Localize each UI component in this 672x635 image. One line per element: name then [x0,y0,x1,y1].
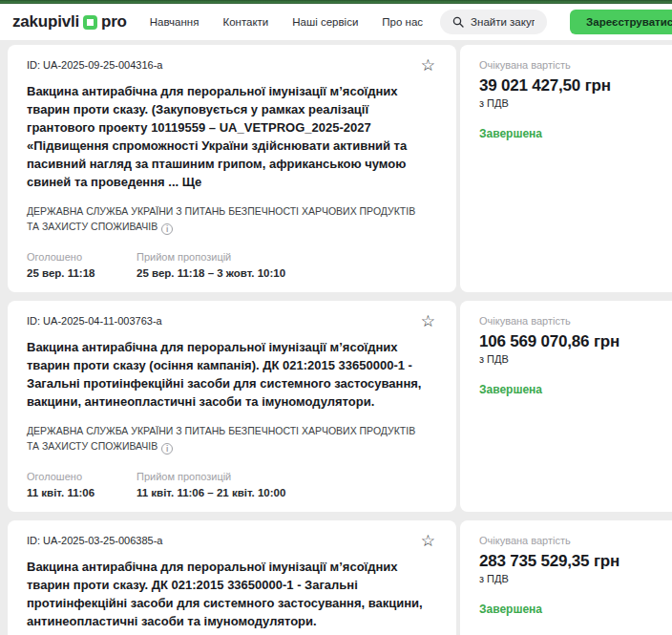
vat-label: з ПДВ [479,97,657,109]
search-icon [452,16,464,28]
tender-organization: ДЕРЖАВНА СЛУЖБА УКРАЇНИ З ПИТАНЬ БЕЗПЕЧН… [27,203,428,235]
tender-id: ID: UA-2025-04-11-003763-a [27,313,162,327]
tender-row: ID: UA-2025-03-25-006385-a ☆ Вакцина ант… [8,520,672,635]
logo-square-icon [83,15,97,30]
site-logo[interactable]: zakupivli pro [12,12,127,32]
proposals-period: 11 квіт. 11:06 – 21 квіт. 10:00 [136,487,285,498]
info-icon[interactable]: i [161,443,173,455]
favorite-star-icon[interactable]: ☆ [417,533,439,549]
vat-label: з ПДВ [479,573,657,584]
expected-value-label: Очікувана вартість [479,535,657,546]
announced-date: 11 квіт. 11:06 [27,487,136,498]
nav-item-about[interactable]: Про нас [382,16,423,28]
tender-list: ID: UA-2025-09-25-004316-a ☆ Вакцина ант… [0,40,672,635]
status-badge[interactable]: Завершена [479,127,657,140]
tender-row: ID: UA-2025-09-25-004316-a ☆ Вакцина ант… [8,45,672,292]
site-header: zakupivli pro Навчання Контакти Наші сер… [0,4,672,40]
tender-organization: ДЕРЖАВНА СЛУЖБА УКРАЇНИ З ПИТАНЬ БЕЗПЕЧН… [27,423,428,455]
proposals-label: Прийом пропозицій [136,471,285,482]
favorite-star-icon[interactable]: ☆ [417,313,439,329]
expected-value-label: Очікувана вартість [479,315,657,327]
tender-card[interactable]: ID: UA-2025-04-11-003763-a ☆ Вакцина ант… [8,301,456,512]
proposals-period: 25 вер. 11:18 – 3 жовт. 10:10 [136,267,285,279]
expected-value-amount: 39 021 427,50 грн [479,76,657,95]
register-button[interactable]: Зареєструватись [570,10,672,34]
search-box[interactable] [440,10,547,34]
tender-dates: Оголошено 25 вер. 11:18 Прийом пропозиці… [27,251,439,279]
vat-label: з ПДВ [479,353,657,365]
status-badge[interactable]: Завершена [479,383,657,396]
info-icon[interactable]: i [161,223,173,235]
tender-title[interactable]: Вакцина антирабічна для пероральної імун… [27,338,439,411]
announced-label: Оголошено [27,471,136,482]
tender-value-panel: Очікувана вартість 283 735 529,35 грн з … [460,520,672,635]
tender-card[interactable]: ID: UA-2025-03-25-006385-a ☆ Вакцина ант… [8,520,456,635]
logo-text-left: zakupivli [12,12,79,32]
nav-item-contacts[interactable]: Контакти [222,16,268,28]
favorite-star-icon[interactable]: ☆ [417,57,439,74]
announced-label: Оголошено [27,251,136,263]
expected-value-label: Очікувана вартість [479,59,657,71]
tender-card[interactable]: ID: UA-2025-09-25-004316-a ☆ Вакцина ант… [8,45,456,292]
search-input[interactable] [471,16,535,28]
main-nav: Навчання Контакти Наші сервіси Про нас [150,16,423,28]
proposals-label: Прийом пропозицій [136,251,285,263]
logo-text-right: pro [101,12,127,32]
nav-item-training[interactable]: Навчання [150,16,200,28]
nav-item-services[interactable]: Наші сервіси [292,16,358,28]
status-badge[interactable]: Завершена [479,603,657,616]
tender-value-panel: Очікувана вартість 39 021 427,50 грн з П… [460,45,672,292]
expected-value-amount: 106 569 070,86 грн [479,332,657,351]
tender-row: ID: UA-2025-04-11-003763-a ☆ Вакцина ант… [8,301,672,512]
tender-dates: Оголошено 11 квіт. 11:06 Прийом пропозиц… [27,471,439,498]
tender-title[interactable]: Вакцина антирабічна для пероральної імун… [27,558,439,630]
tender-title[interactable]: Вакцина антирабічна для пероральної імун… [27,82,439,191]
tender-id: ID: UA-2025-09-25-004316-a [27,57,162,71]
tender-value-panel: Очікувана вартість 106 569 070,86 грн з … [460,301,672,512]
expected-value-amount: 283 735 529,35 грн [479,552,657,571]
announced-date: 25 вер. 11:18 [27,267,136,279]
tender-id: ID: UA-2025-03-25-006385-a [27,533,162,546]
